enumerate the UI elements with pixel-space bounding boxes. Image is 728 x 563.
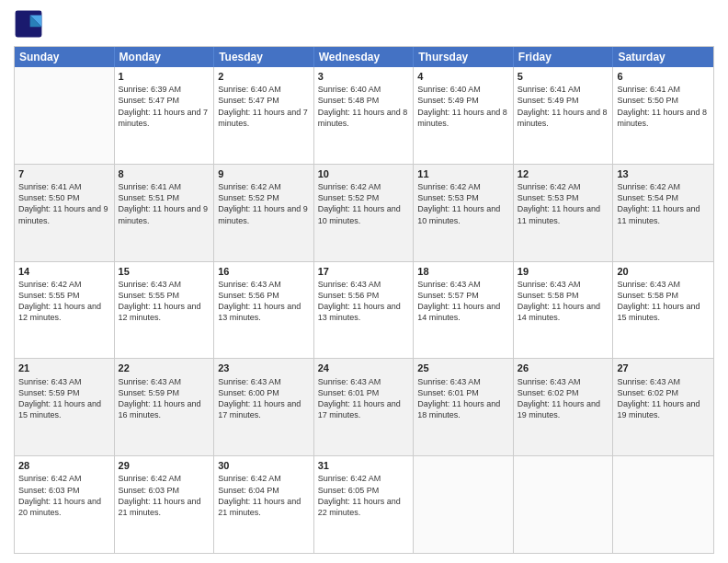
day-number: 29 bbox=[119, 459, 210, 472]
sun-info: Sunrise: 6:42 AMSunset: 5:54 PMDaylight:… bbox=[617, 181, 710, 226]
sun-info: Sunrise: 6:41 AMSunset: 5:51 PMDaylight:… bbox=[119, 181, 210, 226]
sun-info: Sunrise: 6:40 AMSunset: 5:48 PMDaylight:… bbox=[318, 84, 410, 129]
sun-info: Sunrise: 6:40 AMSunset: 5:47 PMDaylight:… bbox=[218, 84, 310, 129]
day-number: 19 bbox=[518, 265, 609, 278]
calendar-cell: 12Sunrise: 6:42 AMSunset: 5:53 PMDayligh… bbox=[514, 165, 614, 261]
sun-info: Sunrise: 6:42 AMSunset: 5:52 PMDaylight:… bbox=[318, 181, 410, 226]
calendar-cell: 27Sunrise: 6:43 AMSunset: 6:02 PMDayligh… bbox=[613, 359, 713, 455]
calendar-header-cell: Saturday bbox=[613, 47, 713, 67]
sun-info: Sunrise: 6:43 AMSunset: 5:56 PMDaylight:… bbox=[218, 279, 310, 324]
day-number: 4 bbox=[417, 70, 509, 83]
calendar-cell: 16Sunrise: 6:43 AMSunset: 5:56 PMDayligh… bbox=[214, 262, 314, 359]
day-number: 16 bbox=[218, 265, 310, 278]
calendar-cell: 30Sunrise: 6:42 AMSunset: 6:04 PMDayligh… bbox=[214, 456, 314, 553]
calendar-cell: 29Sunrise: 6:42 AMSunset: 6:03 PMDayligh… bbox=[115, 456, 215, 553]
calendar-cell: 9Sunrise: 6:42 AMSunset: 5:52 PMDaylight… bbox=[214, 165, 314, 261]
sun-info: Sunrise: 6:42 AMSunset: 6:03 PMDaylight:… bbox=[18, 473, 110, 518]
sun-info: Sunrise: 6:43 AMSunset: 6:02 PMDaylight:… bbox=[617, 376, 710, 421]
day-number: 3 bbox=[318, 70, 410, 83]
sun-info: Sunrise: 6:43 AMSunset: 5:58 PMDaylight:… bbox=[518, 279, 609, 324]
calendar-cell: 5Sunrise: 6:41 AMSunset: 5:49 PMDaylight… bbox=[514, 67, 614, 164]
calendar-cell: 11Sunrise: 6:42 AMSunset: 5:53 PMDayligh… bbox=[414, 165, 514, 261]
day-number: 12 bbox=[518, 167, 609, 180]
calendar-header-cell: Friday bbox=[514, 47, 614, 67]
day-number: 2 bbox=[218, 70, 310, 83]
day-number: 6 bbox=[617, 70, 710, 83]
calendar-cell: 15Sunrise: 6:43 AMSunset: 5:55 PMDayligh… bbox=[115, 262, 215, 359]
calendar-cell bbox=[514, 456, 614, 553]
logo-icon bbox=[14, 9, 43, 39]
day-number: 15 bbox=[119, 265, 210, 278]
sun-info: Sunrise: 6:42 AMSunset: 5:53 PMDaylight:… bbox=[417, 181, 509, 226]
day-number: 5 bbox=[518, 70, 609, 83]
calendar-header-cell: Sunday bbox=[15, 47, 115, 67]
day-number: 26 bbox=[518, 362, 609, 374]
calendar: SundayMondayTuesdayWednesdayThursdayFrid… bbox=[14, 46, 714, 554]
day-number: 31 bbox=[318, 459, 410, 472]
calendar-header-cell: Thursday bbox=[414, 47, 514, 67]
calendar-cell: 4Sunrise: 6:40 AMSunset: 5:49 PMDaylight… bbox=[414, 67, 514, 164]
sun-info: Sunrise: 6:41 AMSunset: 5:49 PMDaylight:… bbox=[518, 84, 609, 129]
calendar-cell: 31Sunrise: 6:42 AMSunset: 6:05 PMDayligh… bbox=[314, 456, 415, 553]
calendar-row: 1Sunrise: 6:39 AMSunset: 5:47 PMDaylight… bbox=[15, 67, 713, 165]
calendar-cell: 10Sunrise: 6:42 AMSunset: 5:52 PMDayligh… bbox=[314, 165, 415, 261]
header bbox=[14, 9, 714, 39]
calendar-cell bbox=[15, 67, 115, 164]
sun-info: Sunrise: 6:41 AMSunset: 5:50 PMDaylight:… bbox=[617, 84, 710, 129]
calendar-header-cell: Wednesday bbox=[314, 47, 415, 67]
day-number: 11 bbox=[417, 167, 509, 180]
sun-info: Sunrise: 6:43 AMSunset: 5:56 PMDaylight:… bbox=[318, 279, 410, 324]
day-number: 20 bbox=[617, 265, 710, 278]
calendar-cell: 24Sunrise: 6:43 AMSunset: 6:01 PMDayligh… bbox=[314, 359, 415, 455]
day-number: 7 bbox=[18, 167, 110, 180]
day-number: 28 bbox=[18, 459, 110, 472]
sun-info: Sunrise: 6:40 AMSunset: 5:49 PMDaylight:… bbox=[417, 84, 509, 129]
day-number: 25 bbox=[417, 362, 509, 374]
sun-info: Sunrise: 6:42 AMSunset: 5:52 PMDaylight:… bbox=[218, 181, 310, 226]
calendar-cell: 23Sunrise: 6:43 AMSunset: 6:00 PMDayligh… bbox=[214, 359, 314, 455]
day-number: 10 bbox=[318, 167, 410, 180]
day-number: 9 bbox=[218, 167, 310, 180]
page: SundayMondayTuesdayWednesdayThursdayFrid… bbox=[0, 0, 728, 563]
sun-info: Sunrise: 6:42 AMSunset: 5:55 PMDaylight:… bbox=[18, 279, 110, 324]
calendar-cell: 21Sunrise: 6:43 AMSunset: 5:59 PMDayligh… bbox=[15, 359, 115, 455]
calendar-body: 1Sunrise: 6:39 AMSunset: 5:47 PMDaylight… bbox=[15, 67, 713, 553]
calendar-cell: 3Sunrise: 6:40 AMSunset: 5:48 PMDaylight… bbox=[314, 67, 415, 164]
calendar-header-row: SundayMondayTuesdayWednesdayThursdayFrid… bbox=[15, 47, 713, 67]
calendar-cell: 8Sunrise: 6:41 AMSunset: 5:51 PMDaylight… bbox=[115, 165, 215, 261]
sun-info: Sunrise: 6:43 AMSunset: 5:59 PMDaylight:… bbox=[18, 376, 110, 421]
calendar-cell: 2Sunrise: 6:40 AMSunset: 5:47 PMDaylight… bbox=[214, 67, 314, 164]
calendar-row: 14Sunrise: 6:42 AMSunset: 5:55 PMDayligh… bbox=[15, 262, 713, 360]
day-number: 21 bbox=[18, 362, 110, 374]
calendar-cell: 13Sunrise: 6:42 AMSunset: 5:54 PMDayligh… bbox=[613, 165, 713, 261]
calendar-cell: 19Sunrise: 6:43 AMSunset: 5:58 PMDayligh… bbox=[514, 262, 614, 359]
calendar-cell bbox=[613, 456, 713, 553]
sun-info: Sunrise: 6:43 AMSunset: 6:02 PMDaylight:… bbox=[518, 376, 609, 421]
calendar-header-cell: Monday bbox=[115, 47, 215, 67]
day-number: 22 bbox=[119, 362, 210, 374]
day-number: 23 bbox=[218, 362, 310, 374]
calendar-cell: 20Sunrise: 6:43 AMSunset: 5:58 PMDayligh… bbox=[613, 262, 713, 359]
day-number: 14 bbox=[18, 265, 110, 278]
sun-info: Sunrise: 6:42 AMSunset: 6:03 PMDaylight:… bbox=[119, 473, 210, 518]
logo bbox=[14, 9, 47, 39]
sun-info: Sunrise: 6:43 AMSunset: 5:59 PMDaylight:… bbox=[119, 376, 210, 421]
sun-info: Sunrise: 6:41 AMSunset: 5:50 PMDaylight:… bbox=[18, 181, 110, 226]
calendar-cell: 17Sunrise: 6:43 AMSunset: 5:56 PMDayligh… bbox=[314, 262, 415, 359]
sun-info: Sunrise: 6:43 AMSunset: 6:00 PMDaylight:… bbox=[218, 376, 310, 421]
sun-info: Sunrise: 6:42 AMSunset: 6:04 PMDaylight:… bbox=[218, 473, 310, 518]
sun-info: Sunrise: 6:39 AMSunset: 5:47 PMDaylight:… bbox=[119, 84, 210, 129]
day-number: 30 bbox=[218, 459, 310, 472]
sun-info: Sunrise: 6:43 AMSunset: 6:01 PMDaylight:… bbox=[417, 376, 509, 421]
calendar-cell: 6Sunrise: 6:41 AMSunset: 5:50 PMDaylight… bbox=[613, 67, 713, 164]
calendar-row: 7Sunrise: 6:41 AMSunset: 5:50 PMDaylight… bbox=[15, 165, 713, 262]
sun-info: Sunrise: 6:43 AMSunset: 6:01 PMDaylight:… bbox=[318, 376, 410, 421]
day-number: 27 bbox=[617, 362, 710, 374]
day-number: 18 bbox=[417, 265, 509, 278]
calendar-cell: 26Sunrise: 6:43 AMSunset: 6:02 PMDayligh… bbox=[514, 359, 614, 455]
calendar-cell: 28Sunrise: 6:42 AMSunset: 6:03 PMDayligh… bbox=[15, 456, 115, 553]
sun-info: Sunrise: 6:42 AMSunset: 5:53 PMDaylight:… bbox=[518, 181, 609, 226]
day-number: 24 bbox=[318, 362, 410, 374]
calendar-cell: 1Sunrise: 6:39 AMSunset: 5:47 PMDaylight… bbox=[115, 67, 215, 164]
day-number: 13 bbox=[617, 167, 710, 180]
